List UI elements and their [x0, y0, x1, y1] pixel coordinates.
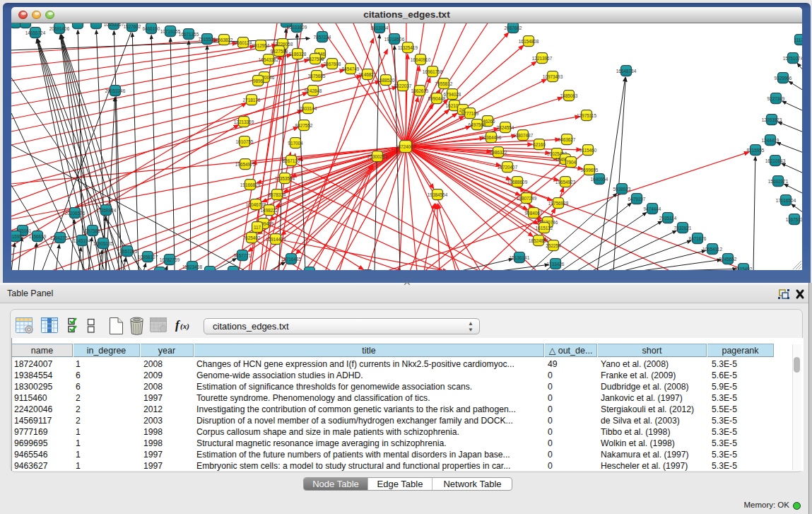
svg-text:10973493: 10973493: [543, 74, 563, 79]
svg-text:9474444: 9474444: [644, 206, 661, 211]
svg-text:10719155: 10719155: [160, 29, 181, 34]
svg-text:20206576: 20206576: [65, 211, 86, 216]
svg-text:11923468: 11923468: [182, 264, 202, 269]
svg-text:6497568: 6497568: [469, 122, 486, 127]
svg-text:16671355: 16671355: [179, 32, 199, 37]
svg-text:1527602: 1527602: [124, 24, 141, 29]
svg-text:1733426: 1733426: [547, 262, 565, 267]
svg-text:11325419: 11325419: [398, 45, 418, 50]
svg-text:8215955: 8215955: [747, 148, 765, 153]
svg-text:20053346: 20053346: [105, 88, 126, 93]
svg-text:15720407: 15720407: [498, 165, 518, 170]
svg-text:16033809: 16033809: [287, 25, 307, 30]
svg-text:19654923: 19654923: [555, 180, 576, 185]
svg-text:16961758: 16961758: [423, 69, 443, 74]
svg-text:9115460: 9115460: [579, 148, 597, 153]
svg-text:9815492: 9815492: [735, 267, 753, 271]
svg-text:25300293: 25300293: [367, 154, 388, 159]
svg-text:7485063: 7485063: [560, 93, 578, 98]
svg-text:17016504: 17016504: [776, 198, 796, 203]
svg-text:17359924: 17359924: [96, 208, 117, 213]
svg-text:5938923: 5938923: [613, 187, 631, 192]
svg-text:20364436: 20364436: [481, 135, 502, 140]
svg-text:11353594: 11353594: [275, 176, 295, 181]
svg-text:19218506: 19218506: [384, 37, 405, 42]
svg-text:9227349: 9227349: [767, 96, 785, 101]
svg-text:1588520: 1588520: [377, 78, 395, 83]
svg-text:2087682: 2087682: [505, 25, 522, 30]
svg-text:20691406: 20691406: [49, 26, 70, 31]
svg-text:11174: 11174: [794, 37, 802, 42]
svg-text:17957225: 17957225: [117, 249, 138, 254]
svg-text:7563822: 7563822: [216, 37, 233, 42]
svg-text:7986322: 7986322: [490, 150, 507, 155]
svg-text:8878334: 8878334: [269, 192, 286, 197]
svg-text:9329966: 9329966: [775, 76, 792, 81]
svg-text:8471676: 8471676: [689, 236, 707, 241]
svg-text:16543382: 16543382: [259, 57, 279, 62]
svg-text:15751074: 15751074: [783, 56, 802, 61]
svg-text:15716485: 15716485: [281, 257, 302, 262]
svg-text:10046738: 10046738: [246, 202, 266, 207]
svg-text:14055724: 14055724: [25, 30, 46, 35]
svg-text:10654112: 10654112: [702, 247, 722, 252]
svg-text:1010755: 1010755: [236, 139, 254, 144]
svg-text:19384554: 19384554: [428, 192, 448, 197]
svg-text:9827508: 9827508: [307, 57, 324, 62]
svg-text:10958107: 10958107: [138, 255, 158, 259]
svg-text:6479197: 6479197: [628, 197, 646, 201]
svg-text:117: 117: [254, 225, 261, 230]
svg-text:2718176: 2718176: [243, 98, 261, 103]
svg-text:18724007: 18724007: [396, 144, 416, 149]
svg-text:8267130: 8267130: [283, 158, 300, 163]
svg-text:2803144: 2803144: [300, 106, 317, 111]
svg-text:10653267: 10653267: [104, 23, 124, 27]
svg-text:9777169: 9777169: [461, 111, 479, 116]
svg-text:8186328: 8186328: [289, 52, 307, 57]
svg-text:6466160: 6466160: [143, 26, 160, 31]
svg-text:9827503: 9827503: [271, 49, 288, 54]
svg-text:1615132: 1615132: [536, 226, 553, 230]
svg-text:19166829: 19166829: [240, 182, 261, 187]
svg-text:3915952: 3915952: [11, 234, 25, 239]
svg-text:1167533: 1167533: [786, 217, 802, 222]
svg-text:9896: 9896: [253, 78, 264, 83]
svg-text:9657771: 9657771: [234, 253, 252, 258]
svg-text:9245652: 9245652: [719, 257, 737, 262]
svg-text:16210643: 16210643: [765, 158, 786, 163]
svg-text:6794028: 6794028: [444, 92, 461, 97]
svg-text:1145194: 1145194: [73, 238, 91, 243]
svg-text:12093823: 12093823: [762, 117, 782, 122]
svg-text:9699695: 9699695: [581, 168, 599, 173]
svg-text:9242848: 9242848: [305, 88, 322, 93]
svg-text:19756928: 19756928: [548, 201, 569, 206]
svg-text:8454749: 8454749: [342, 66, 360, 71]
svg-text:7904: 7904: [566, 160, 577, 165]
svg-text:8990448: 8990448: [428, 96, 446, 101]
svg-text:1362615: 1362615: [411, 88, 429, 93]
svg-text:15692971: 15692971: [768, 179, 789, 184]
svg-text:9084067: 9084067: [525, 211, 543, 216]
svg-text:9463627: 9463627: [558, 137, 576, 142]
svg-text:19654975: 19654975: [235, 162, 256, 167]
svg-text:12905135: 12905135: [93, 241, 114, 246]
svg-text:12975115: 12975115: [577, 113, 596, 118]
svg-text:8427552: 8427552: [295, 123, 313, 128]
svg-text:8813054: 8813054: [371, 25, 389, 30]
svg-text:16782759: 16782759: [160, 257, 180, 262]
svg-text:2867608: 2867608: [324, 62, 341, 66]
svg-text:917004: 917004: [288, 141, 303, 146]
svg-text:8322037: 8322037: [394, 83, 412, 88]
svg-text:7625402: 7625402: [243, 235, 261, 240]
svg-text:1244419: 1244419: [762, 138, 779, 143]
svg-text:12213369: 12213369: [234, 119, 254, 124]
svg-text:1498222: 1498222: [261, 208, 278, 213]
svg-text:8912954: 8912954: [252, 43, 270, 48]
svg-text:3824554: 3824554: [497, 125, 514, 130]
svg-text:2935114: 2935114: [659, 216, 677, 221]
svg-text:10975867: 10975867: [83, 228, 103, 233]
svg-text:7857224: 7857224: [314, 35, 331, 40]
svg-text:18807249: 18807249: [517, 196, 537, 201]
svg-text:10688609: 10688609: [507, 180, 528, 185]
svg-text:16648784: 16648784: [616, 69, 637, 74]
